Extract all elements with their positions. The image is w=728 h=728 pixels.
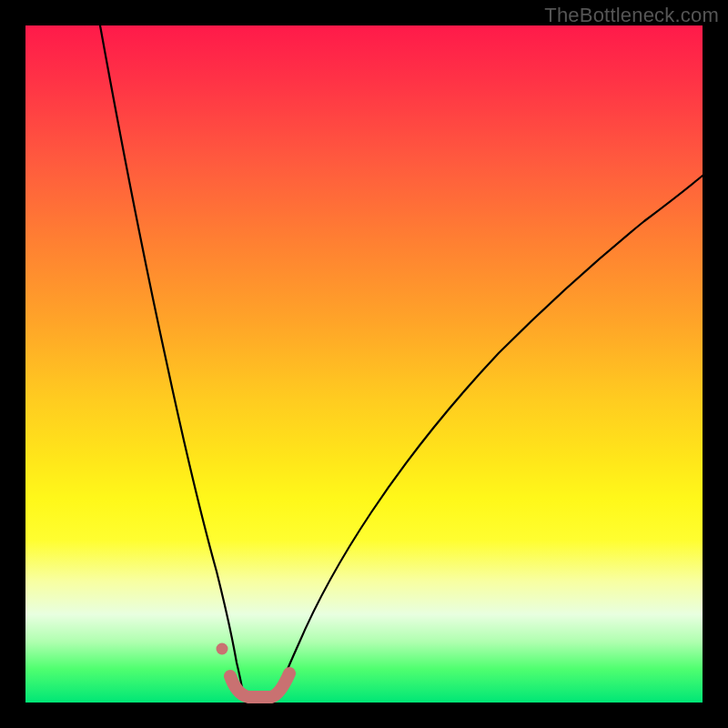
chart-svg (25, 25, 703, 703)
curve-right (276, 176, 703, 699)
watermark-text: TheBottleneck.com (544, 4, 719, 27)
curve-left (100, 25, 244, 699)
highlight-dot (217, 643, 228, 655)
chart-plot-area (25, 25, 703, 703)
